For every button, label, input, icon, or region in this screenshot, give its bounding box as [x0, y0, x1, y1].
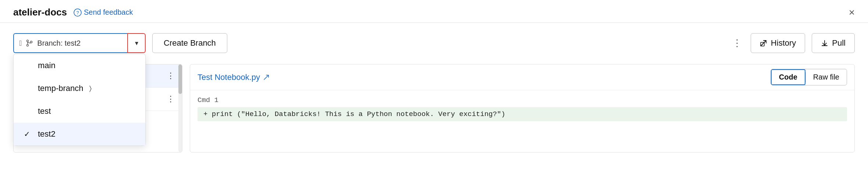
dropdown-label-main: main [38, 61, 56, 70]
branch-dropdown-button[interactable]: ▾ [127, 33, 146, 53]
view-toggle: Code Raw file [771, 69, 847, 85]
scrollbar[interactable] [178, 64, 182, 152]
external-link-icon [760, 39, 767, 47]
branch-selector-wrapper:  Branch: test2 ▾ main [13, 33, 146, 53]
checkmark-icon: ✓ [24, 130, 32, 138]
toolbar-row:  Branch: test2 ▾ main [13, 33, 855, 53]
svg-point-4 [31, 41, 32, 43]
dropdown-item-main[interactable]: main [14, 54, 145, 77]
create-branch-button[interactable]: Create Branch [152, 33, 227, 53]
dropdown-label-test2: test2 [38, 129, 56, 139]
feedback-label: Send feedback [84, 8, 133, 17]
code-label: Cmd 1 [198, 96, 847, 104]
right-panel-header: Test Notebook.py Code Raw file [190, 64, 854, 90]
branch-label: Branch: test2 [37, 39, 81, 48]
code-line: + print ("Hello, Databricks! This is a P… [198, 107, 847, 121]
close-button[interactable]: × [849, 7, 855, 18]
file-link[interactable]: Test Notebook.py [198, 73, 270, 82]
code-view-button[interactable]: Code [771, 69, 805, 85]
main-area:  Branch: test2 ▾ main [0, 23, 868, 152]
download-icon [821, 39, 828, 47]
app-title: atelier-docs [13, 7, 67, 18]
dropdown-item-test2[interactable]: ✓ test2 [14, 123, 145, 145]
external-link-icon-file [263, 74, 270, 81]
branch-icon:  [19, 39, 22, 48]
right-panel: Test Notebook.py Code Raw file Cmd 1 + p… [190, 64, 855, 152]
history-label: History [771, 38, 796, 48]
branch-input:  Branch: test2 [13, 33, 127, 53]
top-bar: atelier-docs ? Send feedback × [0, 0, 868, 23]
dropdown-label-temp-branch: temp-branch [38, 84, 83, 93]
scrollbar-thumb [178, 64, 182, 94]
svg-text:?: ? [76, 10, 79, 15]
feedback-icon: ? [74, 8, 82, 17]
cursor-icon: 〉 [89, 85, 92, 92]
toolbar-right: ⋮ History Pull [730, 33, 855, 53]
chevron-down-icon: ▾ [135, 39, 138, 47]
code-area: Cmd 1 + print ("Hello, Databricks! This … [190, 90, 854, 127]
top-bar-left: atelier-docs ? Send feedback [13, 7, 133, 18]
more-options-icon-a[interactable]: ⋮ [167, 94, 175, 104]
feedback-link[interactable]: ? Send feedback [74, 8, 133, 17]
more-options-button[interactable]: ⋮ [730, 38, 744, 49]
dropdown-label-test: test [38, 106, 51, 116]
pull-label: Pull [832, 38, 846, 48]
pull-button[interactable]: Pull [812, 33, 855, 53]
history-button[interactable]: History [751, 33, 805, 53]
more-options-icon-row[interactable]: ⋮ [167, 71, 175, 81]
raw-view-button[interactable]: Raw file [806, 70, 847, 84]
branch-dropdown: main temp-branch 〉 test ✓ test2 [13, 54, 146, 146]
svg-point-3 [27, 45, 29, 46]
file-name: Test Notebook.py [198, 73, 260, 82]
git-branch-icon [25, 39, 33, 47]
svg-point-2 [27, 40, 29, 42]
dropdown-item-temp-branch[interactable]: temp-branch 〉 [14, 77, 145, 100]
dropdown-item-test[interactable]: test [14, 100, 145, 123]
